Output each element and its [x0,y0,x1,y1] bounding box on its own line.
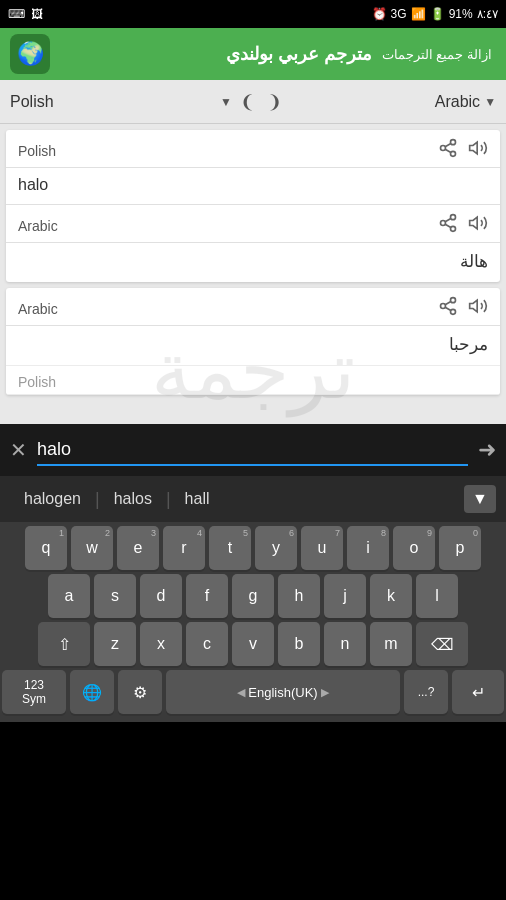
keyboard-icon: ⌨ [8,7,25,21]
suggestions-expand-button[interactable]: ▼ [464,485,496,513]
card1-source-text: halo [6,168,500,204]
key-backspace[interactable]: ⌫ [416,622,468,666]
key-g[interactable]: g [232,574,274,618]
card1-source-lang: Polish [18,143,56,159]
card2-source-text: مرحبا [6,326,500,365]
keyboard-row-1: 1q 2w 3e 4r 5t 6y 7u 8i 9o 0p [2,526,504,570]
svg-line-16 [445,301,451,304]
key-x[interactable]: x [140,622,182,666]
key-shift[interactable]: ⇧ [38,622,90,666]
card2-target-lang: Polish [18,374,56,390]
key-b[interactable]: b [278,622,320,666]
key-r[interactable]: 4r [163,526,205,570]
card2-icons [438,296,488,321]
card1-share-icon[interactable] [438,138,458,163]
card1-target-header: Arabic [6,204,500,243]
key-e[interactable]: 3e [117,526,159,570]
swap-direction-icon2[interactable]: ❩ [267,91,282,113]
svg-marker-11 [470,217,478,229]
key-t[interactable]: 5t [209,526,251,570]
key-n[interactable]: n [324,622,366,666]
svg-line-10 [445,218,451,221]
key-f[interactable]: f [186,574,228,618]
swap-direction-icon[interactable]: ❨ [240,91,255,113]
card2-tts-icon[interactable] [468,296,488,321]
key-w[interactable]: 2w [71,526,113,570]
card2-share-icon[interactable] [438,296,458,321]
key-k[interactable]: k [370,574,412,618]
cards-section: ترجمة Polish halo Arabic [0,124,506,424]
source-lang-dropdown-icon[interactable]: ▼ [220,95,232,109]
key-z[interactable]: z [94,622,136,666]
svg-point-12 [451,298,456,303]
key-o[interactable]: 9o [393,526,435,570]
svg-point-6 [451,215,456,220]
suggestion-hall[interactable]: hall [171,490,224,508]
key-globe[interactable]: 🌐 [70,670,114,714]
key-d[interactable]: d [140,574,182,618]
keyboard-row-3: ⇧ z x c v b n m ⌫ [2,622,504,666]
keyboard-row-2: a s d f g h j k l [2,574,504,618]
search-input[interactable] [37,435,468,466]
card2-header: Arabic [6,288,500,326]
time-display: ٨:٤٧ [477,7,498,21]
clear-input-button[interactable]: ✕ [10,438,27,462]
key-j[interactable]: j [324,574,366,618]
key-c[interactable]: c [186,622,228,666]
clear-all-button[interactable]: ازالة جميع الترجمات [382,47,492,62]
key-u[interactable]: 7u [301,526,343,570]
translation-card-2: Arabic مرحبا Polish [6,288,500,395]
source-language-label[interactable]: Polish [10,93,220,111]
signal-icon: 📶 [411,7,426,21]
key-i[interactable]: 8i [347,526,389,570]
svg-point-13 [441,304,446,309]
key-y[interactable]: 6y [255,526,297,570]
go-button[interactable]: ➜ [478,437,496,463]
key-p[interactable]: 0p [439,526,481,570]
svg-line-3 [445,149,451,152]
alarm-icon: ⏰ [372,7,387,21]
card1-target-share-icon[interactable] [438,213,458,238]
svg-line-15 [445,307,451,310]
card1-target-lang: Arabic [18,218,58,234]
svg-point-2 [451,151,456,156]
svg-line-4 [445,143,451,146]
key-m[interactable]: m [370,622,412,666]
key-space[interactable]: ◀ English(UK) ▶ [166,670,400,714]
status-right: ٨:٤٧ 91% 🔋 📶 3G ⏰ [372,7,498,21]
input-row: ✕ ➜ [0,424,506,476]
key-settings[interactable]: ⚙ [118,670,162,714]
suggestion-halos[interactable]: halos [100,490,166,508]
status-left: ⌨ 🖼 [8,7,43,21]
photo-icon: 🖼 [31,7,43,21]
suggestion-halogen[interactable]: halogen [10,490,95,508]
network-label: 3G [391,7,407,21]
target-language-label[interactable]: Arabic ▼ [286,93,496,111]
key-q[interactable]: 1q [25,526,67,570]
language-bar: Polish ▼ ❨ ❩ Arabic ▼ [0,80,506,124]
target-lang-dropdown-icon[interactable]: ▼ [484,95,496,109]
svg-point-7 [441,221,446,226]
suggestions-bar: halogen | halos | hall ▼ [0,476,506,522]
svg-marker-5 [470,142,478,154]
keyboard-row-4: 123Sym 🌐 ⚙ ◀ English(UK) ▶ ...? ↵ [2,670,504,714]
battery-percent: 91% [449,7,473,21]
svg-point-0 [451,140,456,145]
svg-point-1 [441,146,446,151]
card2-target-header: Polish [6,365,500,395]
card1-icons [438,138,488,163]
key-a[interactable]: a [48,574,90,618]
key-enter[interactable]: ↵ [452,670,504,714]
card1-target-icons [438,213,488,238]
key-special[interactable]: ...? [404,670,448,714]
card1-tts-icon[interactable] [468,138,488,163]
key-l[interactable]: l [416,574,458,618]
key-v[interactable]: v [232,622,274,666]
svg-line-9 [445,224,451,227]
card1-target-text: هالة [6,243,500,282]
svg-point-8 [451,226,456,231]
key-s[interactable]: s [94,574,136,618]
key-h[interactable]: h [278,574,320,618]
card1-target-tts-icon[interactable] [468,213,488,238]
key-numbers[interactable]: 123Sym [2,670,66,714]
